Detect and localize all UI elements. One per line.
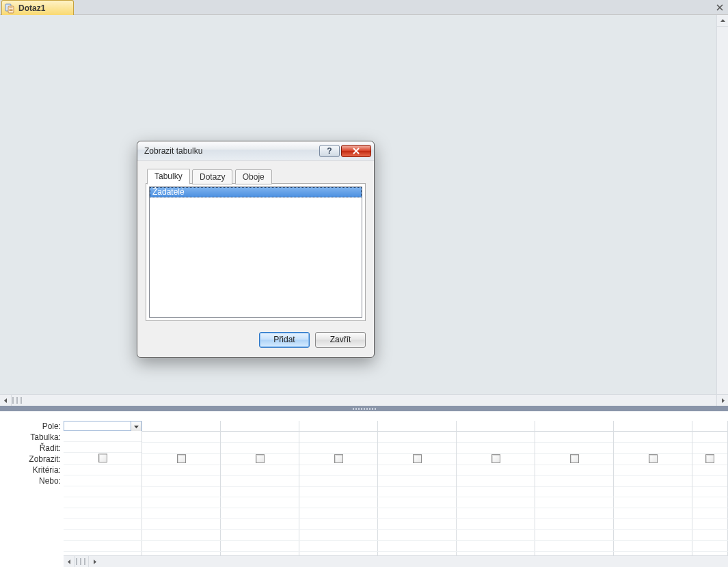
grid-cell[interactable] — [378, 476, 456, 487]
grid-cell[interactable] — [614, 443, 692, 454]
grid-cell[interactable] — [614, 465, 692, 476]
show-checkbox[interactable] — [177, 454, 186, 463]
grid-cell[interactable] — [221, 443, 299, 454]
grid-cell[interactable] — [457, 465, 535, 476]
grid-cell[interactable] — [614, 421, 692, 432]
chevron-right-icon — [92, 559, 97, 564]
grid-cell[interactable] — [64, 431, 141, 442]
grid-cell[interactable] — [221, 432, 299, 443]
grid-cell[interactable] — [64, 475, 141, 486]
upper-horizontal-scrollbar[interactable] — [0, 394, 728, 406]
tables-listbox[interactable]: Žadatelé — [149, 186, 362, 318]
show-checkbox[interactable] — [649, 454, 658, 463]
grid-cell[interactable] — [692, 476, 727, 487]
grid-cell[interactable] — [614, 432, 692, 443]
show-checkbox[interactable] — [705, 454, 714, 463]
grid-cell[interactable] — [64, 442, 141, 453]
grid-cell[interactable] — [535, 443, 613, 454]
grid-cell[interactable] — [457, 443, 535, 454]
grid-cell[interactable] — [221, 476, 299, 487]
grid-cell[interactable] — [692, 454, 727, 465]
scroll-right-button[interactable] — [716, 395, 728, 406]
show-checkbox[interactable] — [98, 454, 107, 462]
tab-tables[interactable]: Tabulky — [147, 169, 190, 184]
svg-rect-4 — [10, 10, 13, 11]
show-checkbox[interactable] — [413, 454, 422, 463]
query-grid-pane: Pole: Tabulka: Řadit: Zobrazit: Kritéria… — [0, 411, 728, 567]
grid-cell[interactable] — [535, 454, 613, 465]
document-close-button[interactable] — [714, 2, 725, 13]
grid-cell[interactable] — [299, 476, 377, 487]
show-checkbox[interactable] — [491, 454, 500, 463]
grid-cell[interactable] — [535, 476, 613, 487]
field-dropdown-button[interactable] — [131, 421, 141, 431]
grid-cell[interactable] — [221, 465, 299, 476]
scroll-up-button[interactable] — [717, 15, 728, 27]
grid-cell[interactable] — [299, 454, 377, 465]
grid-cell[interactable] — [457, 454, 535, 465]
scroll-left-button[interactable] — [0, 395, 12, 406]
label-or: Nebo: — [0, 475, 64, 486]
dialog-titlebar[interactable]: Zobrazit tabulku ? — [137, 141, 374, 161]
tab-both[interactable]: Oboje — [235, 169, 272, 184]
grid-cell[interactable] — [692, 465, 727, 476]
chevron-down-icon — [134, 424, 139, 429]
list-item[interactable]: Žadatelé — [150, 187, 362, 197]
lower-horizontal-scrollbar[interactable] — [64, 555, 728, 567]
vertical-scrollbar[interactable] — [716, 15, 728, 394]
grid-cell[interactable] — [221, 421, 299, 432]
dialog-help-button[interactable]: ? — [319, 145, 340, 157]
grid-row-labels: Pole: Tabulka: Řadit: Zobrazit: Kritéria… — [0, 421, 64, 555]
dialog-close-button[interactable] — [341, 145, 371, 157]
grid-cell[interactable] — [378, 465, 456, 476]
dialog-tabstrip: Tabulky Dotazy Oboje — [147, 169, 366, 184]
grid-cell[interactable] — [299, 432, 377, 443]
show-checkbox[interactable] — [570, 454, 579, 463]
grid-cell[interactable] — [614, 476, 692, 487]
label-sort: Řadit: — [0, 443, 64, 454]
show-checkbox[interactable] — [256, 454, 265, 463]
grid-cell[interactable] — [614, 454, 692, 465]
grid-cell[interactable] — [64, 421, 141, 431]
grid-cell[interactable] — [142, 421, 220, 432]
grid-cell[interactable] — [221, 454, 299, 465]
query-icon — [5, 3, 16, 14]
grid-cell[interactable] — [142, 476, 220, 487]
close-icon — [352, 148, 360, 154]
pane-splitter[interactable] — [0, 406, 728, 411]
grid-cell[interactable] — [142, 443, 220, 454]
grid-cell[interactable] — [64, 465, 141, 475]
grid-cell[interactable] — [378, 421, 456, 432]
grid-cells[interactable] — [64, 421, 728, 555]
grid-cell[interactable] — [378, 454, 456, 465]
grid-cell[interactable] — [142, 454, 220, 465]
svg-rect-3 — [10, 9, 13, 10]
grid-cell[interactable] — [142, 465, 220, 476]
scrollbar-grip-icon — [12, 397, 22, 404]
grid-cell[interactable] — [535, 432, 613, 443]
grid-cell[interactable] — [457, 421, 535, 432]
grid-cell[interactable] — [299, 421, 377, 432]
grid-cell[interactable] — [457, 476, 535, 487]
grid-cell[interactable] — [378, 443, 456, 454]
grid-cell[interactable] — [692, 421, 727, 432]
grid-cell[interactable] — [142, 432, 220, 443]
add-button[interactable]: Přidat — [259, 332, 310, 348]
tab-queries[interactable]: Dotazy — [192, 169, 232, 184]
grid-cell[interactable] — [457, 432, 535, 443]
grid-cell[interactable] — [535, 421, 613, 432]
grid-cell[interactable] — [692, 432, 727, 443]
scroll-left-button[interactable] — [64, 556, 75, 567]
grid-cell[interactable] — [64, 454, 141, 465]
grid-cell[interactable] — [378, 432, 456, 443]
grid-cell[interactable] — [299, 465, 377, 476]
document-tab-strip: Dotaz1 — [0, 0, 728, 15]
grid-cell[interactable] — [535, 465, 613, 476]
document-tab-dotaz1[interactable]: Dotaz1 — [1, 0, 74, 15]
grid-cell[interactable] — [299, 443, 377, 454]
close-button[interactable]: Zavřít — [315, 332, 366, 348]
show-checkbox[interactable] — [334, 454, 343, 463]
scroll-right-button[interactable] — [88, 556, 100, 567]
grid-cell[interactable] — [692, 443, 727, 454]
dialog-title: Zobrazit tabulku — [144, 146, 202, 156]
